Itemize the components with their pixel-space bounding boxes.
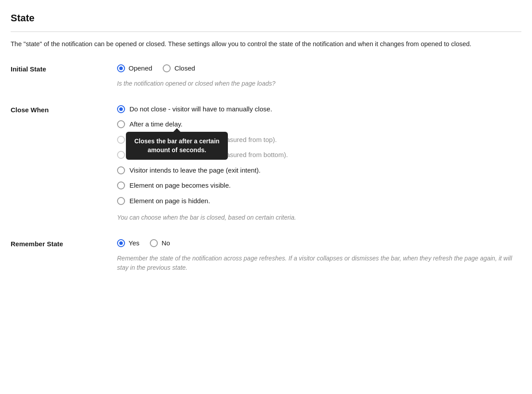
close-when-scroll-top-radio[interactable] <box>117 136 125 144</box>
close-when-element-hidden-option[interactable]: Element on page is hidden. <box>117 196 521 206</box>
initial-state-row: Initial State Opened Closed Is the notif… <box>11 63 521 88</box>
close-when-time-delay-radio[interactable] <box>117 120 125 128</box>
close-when-scroll-bottom-option[interactable]: Visitor scrolls down (distance measured … <box>117 150 521 160</box>
close-when-element-hidden-radio[interactable] <box>117 197 125 205</box>
remember-state-yes-radio[interactable] <box>117 239 125 247</box>
initial-state-closed-label: Closed <box>174 63 195 74</box>
close-when-exit-intent-radio[interactable] <box>117 166 125 174</box>
initial-state-hint: Is the notification opened or closed whe… <box>117 79 521 88</box>
remember-state-row: Remember State Yes No Remember the state… <box>11 238 521 272</box>
remember-state-no-label: No <box>161 238 170 248</box>
remember-state-label: Remember State <box>11 238 117 272</box>
page-title: State <box>11 11 521 25</box>
initial-state-opened-radio[interactable] <box>117 64 125 72</box>
close-when-scroll-top-label: Visitor scrolls down (distance measured … <box>129 135 277 145</box>
settings-section: Initial State Opened Closed Is the notif… <box>11 63 521 272</box>
remember-state-yes-label: Yes <box>129 238 139 248</box>
close-when-time-delay-option[interactable]: After a time delay. <box>117 119 183 130</box>
remember-state-no-option[interactable]: No <box>150 238 170 248</box>
initial-state-closed-radio[interactable] <box>163 64 171 72</box>
close-when-element-visible-radio[interactable] <box>117 181 125 189</box>
remember-state-no-radio[interactable] <box>150 239 158 247</box>
initial-state-radio-row: Opened Closed <box>117 63 521 74</box>
initial-state-closed-option[interactable]: Closed <box>163 63 195 74</box>
close-when-no-close-radio[interactable] <box>117 105 125 113</box>
close-when-row: Close When Do not close - visitor will h… <box>11 104 521 223</box>
initial-state-controls: Opened Closed Is the notification opened… <box>117 63 521 88</box>
remember-state-controls: Yes No Remember the state of the notific… <box>117 238 521 272</box>
close-when-scroll-bottom-radio[interactable] <box>117 151 125 159</box>
initial-state-opened-label: Opened <box>129 63 152 74</box>
close-when-no-close-label: Do not close - visitor will have to manu… <box>129 104 272 114</box>
close-when-hint: You can choose when the bar is closed, b… <box>117 213 521 222</box>
remember-state-yes-option[interactable]: Yes <box>117 238 139 248</box>
section-divider <box>11 32 521 32</box>
close-when-exit-intent-label: Visitor intends to leave the page (exit … <box>129 165 261 176</box>
close-when-element-visible-label: Element on page becomes visible. <box>129 181 231 191</box>
close-when-controls: Do not close - visitor will have to manu… <box>117 104 521 223</box>
close-when-element-visible-option[interactable]: Element on page becomes visible. <box>117 181 521 191</box>
close-when-time-delay-wrapper: After a time delay. Closes the bar after… <box>117 119 521 130</box>
close-when-time-delay-label: After a time delay. <box>129 119 183 130</box>
close-when-label: Close When <box>11 104 117 223</box>
remember-state-radio-row: Yes No <box>117 238 521 248</box>
close-when-scroll-bottom-label: Visitor scrolls down (distance measured … <box>129 150 288 160</box>
close-when-exit-intent-option[interactable]: Visitor intends to leave the page (exit … <box>117 165 521 176</box>
initial-state-label: Initial State <box>11 63 117 88</box>
page-description: The "state" of the notification can be o… <box>11 39 498 49</box>
remember-state-hint: Remember the state of the notification a… <box>117 254 521 272</box>
initial-state-opened-option[interactable]: Opened <box>117 63 152 74</box>
close-when-element-hidden-label: Element on page is hidden. <box>129 196 210 206</box>
close-when-radio-stack: Do not close - visitor will have to manu… <box>117 104 521 206</box>
close-when-no-close-option[interactable]: Do not close - visitor will have to manu… <box>117 104 521 114</box>
close-when-scroll-top-option[interactable]: Visitor scrolls down (distance measured … <box>117 135 521 145</box>
